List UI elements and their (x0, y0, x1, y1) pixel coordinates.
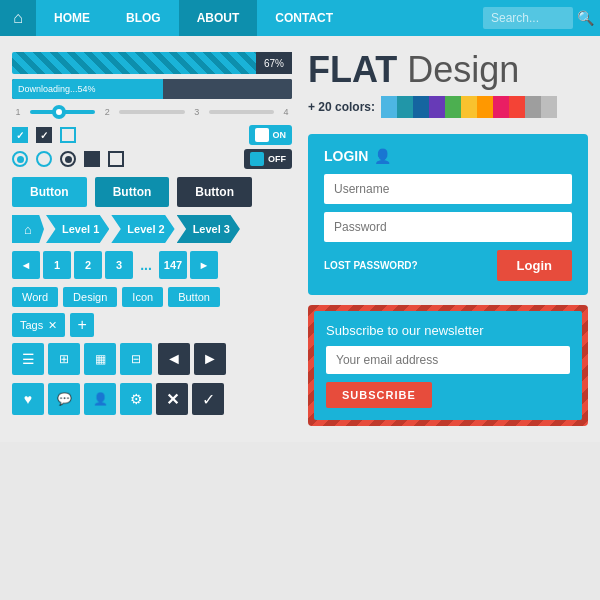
radio-sq-unchecked[interactable] (108, 151, 124, 167)
checkbox-unchecked[interactable] (60, 127, 76, 143)
nav-item-home[interactable]: HOME (36, 0, 108, 36)
subscribe-button[interactable]: SUBSCRIBE (326, 382, 432, 408)
slider-thumb[interactable] (52, 105, 66, 119)
tag-icon[interactable]: Icon (122, 287, 163, 307)
tags-row: Word Design Icon Button (12, 287, 292, 307)
confirm-btn[interactable]: ✓ (192, 383, 224, 415)
nav-item-contact[interactable]: CONTACT (257, 0, 351, 36)
login-title: LOGIN 👤 (324, 148, 572, 164)
breadcrumb: ⌂ Level 1 Level 2 Level 3 (12, 215, 292, 243)
pagination-page-last[interactable]: 147 (159, 251, 187, 279)
left-column: 67% Downloading...54% 1 2 (12, 52, 292, 426)
radio-unchecked-blue[interactable] (36, 151, 52, 167)
breadcrumb-home[interactable]: ⌂ (12, 215, 44, 243)
toggle-knob (255, 128, 269, 142)
login-bottom-row: LOST PASSWORD? Login (324, 250, 572, 281)
next-arrow-btn[interactable]: ► (194, 343, 226, 375)
tag-close-icon[interactable]: ✕ (48, 319, 57, 332)
breadcrumb-level1[interactable]: Level 1 (46, 215, 109, 243)
breadcrumb-level2[interactable]: Level 2 (111, 215, 174, 243)
home-icon: ⌂ (13, 9, 23, 27)
swatch-9 (509, 96, 525, 118)
arrow-icons-row: ◄ ► (158, 343, 226, 375)
progress-section: 67% Downloading...54% (12, 52, 292, 99)
view-icons-row: ☰ ⊞ ▦ ⊟ (12, 343, 152, 375)
button-dark[interactable]: Button (177, 177, 252, 207)
nav-item-about[interactable]: ABOUT (179, 0, 258, 36)
button-blue[interactable]: Button (12, 177, 87, 207)
action-icons-row: ♥ 💬 👤 ⚙ ✕ ✓ (12, 383, 292, 415)
swatch-3 (413, 96, 429, 118)
tag-label: Tags (20, 319, 43, 331)
pagination-dots: ... (136, 251, 156, 279)
range-slider[interactable]: 1 2 3 4 (12, 107, 292, 117)
download-progress-bar: Downloading...54% (12, 79, 292, 99)
color-swatches-row: + 20 colors: (308, 96, 588, 118)
heart-btn[interactable]: ♥ (12, 383, 44, 415)
radio-checked-blue[interactable] (12, 151, 28, 167)
swatch-7 (477, 96, 493, 118)
checkboxes-row: ✓ ✓ ON (12, 125, 292, 145)
tag-tags[interactable]: Tags ✕ (12, 313, 65, 337)
search-icon[interactable]: 🔍 (577, 10, 594, 26)
lost-password-link[interactable]: LOST PASSWORD? (324, 260, 418, 271)
swatch-2 (397, 96, 413, 118)
button-mid[interactable]: Button (95, 177, 170, 207)
striped-progress-bar: 67% (12, 52, 292, 74)
download-progress-label: Downloading...54% (18, 84, 96, 94)
tag-word[interactable]: Word (12, 287, 58, 307)
navbar: ⌂ HOME BLOG ABOUT CONTACT 🔍 (0, 0, 600, 36)
nav-item-blog[interactable]: BLOG (108, 0, 179, 36)
tags-input-row: Tags ✕ + (12, 313, 292, 337)
email-field[interactable] (326, 346, 570, 374)
pagination-next[interactable]: ► (190, 251, 218, 279)
search-form: 🔍 (483, 7, 594, 29)
swatch-8 (493, 96, 509, 118)
login-button[interactable]: Login (497, 250, 572, 281)
breadcrumb-level3[interactable]: Level 3 (177, 215, 240, 243)
search-input[interactable] (483, 7, 573, 29)
toggle-off[interactable]: OFF (244, 149, 292, 169)
password-field[interactable] (324, 212, 572, 242)
home-icon-breadcrumb: ⌂ (24, 222, 32, 237)
chat-btn[interactable]: 💬 (48, 383, 80, 415)
newsletter-title: Subscribe to our newsletter (326, 323, 570, 338)
nav-home-btn[interactable]: ⌂ (0, 0, 36, 36)
right-column: FLAT Design + 20 colors: LOGIN (292, 52, 588, 426)
swatch-11 (541, 96, 557, 118)
pagination-prev[interactable]: ◄ (12, 251, 40, 279)
checkbox-checked-blue[interactable]: ✓ (12, 127, 28, 143)
pagination-page-2[interactable]: 2 (74, 251, 102, 279)
radio-sq-checked[interactable] (84, 151, 100, 167)
radios-row: OFF (12, 149, 292, 169)
tile-view-icon[interactable]: ▦ (84, 343, 116, 375)
tag-button[interactable]: Button (168, 287, 220, 307)
slider-label-3: 3 (191, 107, 203, 117)
gear-btn[interactable]: ⚙ (120, 383, 152, 415)
user-btn[interactable]: 👤 (84, 383, 116, 415)
grid-view-icon[interactable]: ⊞ (48, 343, 80, 375)
prev-arrow-btn[interactable]: ◄ (158, 343, 190, 375)
pagination-page-1[interactable]: 1 (43, 251, 71, 279)
tag-add-btn[interactable]: + (70, 313, 94, 337)
slider-label-2: 2 (101, 107, 113, 117)
swatch-4 (429, 96, 445, 118)
toggle-off-label: OFF (268, 154, 286, 164)
swatch-10 (525, 96, 541, 118)
login-user-icon: 👤 (374, 148, 391, 164)
checkbox-checked-dark[interactable]: ✓ (36, 127, 52, 143)
radio-checked-dark[interactable] (60, 151, 76, 167)
tag-design[interactable]: Design (63, 287, 117, 307)
username-field[interactable] (324, 174, 572, 204)
page-title: FLAT Design (308, 52, 588, 88)
toggle-on[interactable]: ON (249, 125, 293, 145)
split-view-icon[interactable]: ⊟ (120, 343, 152, 375)
close-btn[interactable]: ✕ (156, 383, 188, 415)
list-view-icon[interactable]: ☰ (12, 343, 44, 375)
login-box: LOGIN 👤 LOST PASSWORD? Login (308, 134, 588, 295)
pagination: ◄ 1 2 3 ... 147 ► (12, 251, 292, 279)
swatch-1 (381, 96, 397, 118)
swatch-5 (445, 96, 461, 118)
toggle-off-knob (250, 152, 264, 166)
pagination-page-3[interactable]: 3 (105, 251, 133, 279)
